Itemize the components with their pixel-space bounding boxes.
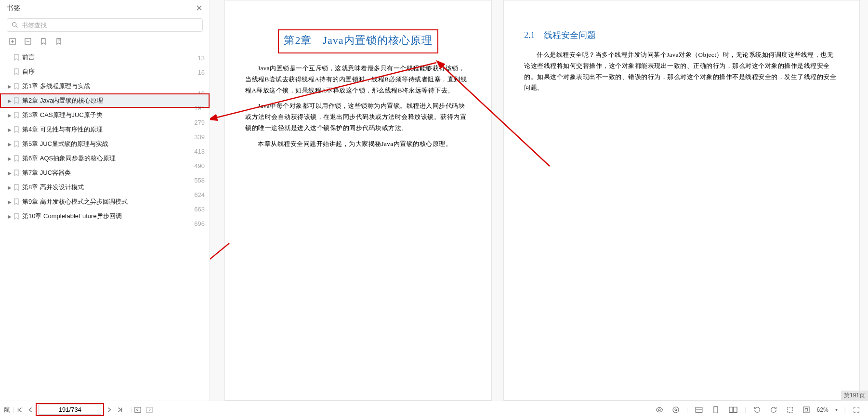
svg-line-1 xyxy=(16,26,17,27)
chevron-right-icon[interactable]: ▶ xyxy=(8,84,13,89)
fit-width-icon[interactable] xyxy=(693,405,705,415)
paragraph: Java内置锁是一个互斥锁，这就意味着最多只有一个线程能够获得该锁，当线程B尝试… xyxy=(245,63,471,96)
expand-all-icon[interactable] xyxy=(9,38,16,45)
svg-rect-17 xyxy=(729,407,733,412)
bookmark-ribbon-icon xyxy=(13,170,19,176)
rotate-left-icon[interactable] xyxy=(751,405,763,415)
bottom-toolbar: | | 62% ▾ | xyxy=(210,401,868,418)
bookmark-item[interactable]: ▶第3章 CAS原理与JUC原子类279 xyxy=(0,108,210,122)
bookmark-item[interactable]: ▶第7章 JUC容器类558 xyxy=(0,166,210,180)
two-page-icon[interactable] xyxy=(726,405,740,415)
chevron-right-icon[interactable]: ▶ xyxy=(8,127,13,132)
bookmark-item[interactable]: ▶第6章 AQS抽象同步器的核心原理490 xyxy=(0,151,210,166)
bookmark-icon-b[interactable] xyxy=(55,38,63,45)
bookmark-item[interactable]: ▶第1章 多线程原理与实战19 xyxy=(0,79,210,93)
bookmark-ribbon-icon xyxy=(13,97,19,104)
svg-rect-24 xyxy=(135,407,141,412)
chevron-right-icon[interactable]: ▶ xyxy=(8,214,13,219)
first-page-icon[interactable] xyxy=(14,405,25,414)
fullscreen-icon[interactable] xyxy=(851,405,862,415)
fullscreen-fit-icon[interactable] xyxy=(784,405,796,415)
bookmark-label: 第6章 AQS抽象同步器的核心原理 xyxy=(22,154,185,163)
bookmark-page-number: 696 xyxy=(185,220,205,227)
bookmark-ribbon-icon xyxy=(13,54,19,61)
bookmark-ribbon-icon xyxy=(13,184,19,191)
bookmark-search-box[interactable] xyxy=(7,18,203,32)
bookmark-icon-a[interactable] xyxy=(39,38,47,45)
svg-rect-18 xyxy=(734,407,737,412)
document-viewport: 第2章 Java内置锁的核心原理 Java内置锁是一个互斥锁，这就意味着最多只有… xyxy=(210,0,868,418)
bookmark-item[interactable]: 自序16 xyxy=(0,65,210,79)
bookmark-item[interactable]: ▶第4章 可见性与有序性的原理339 xyxy=(0,122,210,137)
page-right: 2.1 线程安全问题 什么是线程安全呢？当多个线程并发访问某个Java对象（Ob… xyxy=(503,0,860,401)
bookmark-item[interactable]: ▶第9章 高并发核心模式之异步回调模式663 xyxy=(0,195,210,209)
eye-icon[interactable] xyxy=(654,405,665,415)
bookmark-label: 第7章 JUC容器类 xyxy=(22,169,185,177)
svg-point-11 xyxy=(658,409,660,411)
page-input-highlight xyxy=(36,403,104,416)
chapter-title-highlight: 第2章 Java内置锁的核心原理 xyxy=(278,29,438,53)
bookmark-label: 第3章 CAS原理与JUC原子类 xyxy=(22,111,185,119)
zoom-chevron-icon[interactable]: ▾ xyxy=(833,406,840,413)
nav-forward-icon[interactable] xyxy=(144,405,155,414)
read-mode-icon[interactable] xyxy=(670,405,682,415)
section-title: 2.1 线程安全问题 xyxy=(524,29,839,41)
search-icon xyxy=(11,21,19,29)
bookmark-search-input[interactable] xyxy=(22,22,198,29)
bookmark-ribbon-icon xyxy=(13,83,19,90)
bookmark-list: 前言13自序16▶第1章 多线程原理与实战19▶第2章 Java内置锁的核心原理… xyxy=(0,50,210,418)
page-nav-bar: 航 | | xyxy=(0,401,210,418)
bookmark-ribbon-icon xyxy=(13,213,19,220)
nav-label: 航 xyxy=(2,405,13,415)
chevron-right-icon[interactable]: ▶ xyxy=(8,142,13,147)
prev-page-icon[interactable] xyxy=(25,405,36,414)
svg-rect-25 xyxy=(146,407,152,412)
svg-rect-21 xyxy=(805,408,807,411)
page-number-input[interactable] xyxy=(39,405,101,415)
paragraph: 什么是线程安全呢？当多个线程并发访问某个Java对象（Object）时，无论系统… xyxy=(524,50,839,93)
rotate-right-icon[interactable] xyxy=(768,405,779,415)
bookmark-label: 第8章 高并发设计模式 xyxy=(22,183,185,192)
paragraph: Java中每个对象都可以用作锁，这些锁称为内置锁。线程进入同步代码块或方法时会自… xyxy=(245,101,471,133)
single-page-icon[interactable] xyxy=(710,405,722,415)
bookmark-item[interactable]: ▶第5章 JUC显式锁的原理与实战413 xyxy=(0,137,210,151)
nav-back-icon[interactable] xyxy=(132,405,144,414)
chevron-right-icon[interactable]: ▶ xyxy=(8,185,13,190)
last-page-icon[interactable] xyxy=(115,405,125,414)
svg-rect-20 xyxy=(803,407,809,413)
next-page-icon[interactable] xyxy=(104,405,115,414)
close-sidebar-icon[interactable]: ✕ xyxy=(196,3,203,13)
bookmark-ribbon-icon xyxy=(13,126,19,133)
bookmark-item[interactable]: ▶第8章 高并发设计模式624 xyxy=(0,180,210,195)
page-left: 第2章 Java内置锁的核心原理 Java内置锁是一个互斥锁，这就意味着最多只有… xyxy=(224,0,492,401)
bookmark-label: 自序 xyxy=(22,67,185,76)
bookmark-ribbon-icon xyxy=(13,68,19,75)
sidebar-title: 书签 xyxy=(7,4,20,13)
bookmark-label: 第2章 Java内置锁的核心原理 xyxy=(22,96,185,105)
chevron-right-icon[interactable]: ▶ xyxy=(8,199,13,205)
bookmark-label: 第5章 JUC显式锁的原理与实战 xyxy=(22,140,185,148)
chevron-right-icon[interactable]: ▶ xyxy=(8,156,13,161)
chevron-right-icon[interactable]: ▶ xyxy=(8,113,13,118)
svg-point-0 xyxy=(13,23,16,26)
bookmark-page-number: 13 xyxy=(185,54,205,62)
paragraph: 本章从线程安全问题开始讲起，为大家揭秘Java内置锁的核心原理。 xyxy=(245,139,471,150)
bookmark-label: 前言 xyxy=(22,53,185,62)
chevron-right-icon[interactable]: ▶ xyxy=(8,98,13,104)
bookmark-item[interactable]: ▶第10章 CompletableFuture异步回调696 xyxy=(0,209,210,223)
bookmark-ribbon-icon xyxy=(13,198,19,205)
bookmark-label: 第4章 可见性与有序性的原理 xyxy=(22,125,185,134)
svg-rect-16 xyxy=(714,406,718,413)
bookmark-label: 第1章 多线程原理与实战 xyxy=(22,82,185,91)
page-indicator-badge: 第191页 xyxy=(841,391,868,401)
bookmark-ribbon-icon xyxy=(13,112,19,118)
bookmark-item[interactable]: ▶第2章 Java内置锁的核心原理191 xyxy=(0,93,210,108)
actual-size-icon[interactable] xyxy=(801,405,812,415)
svg-point-13 xyxy=(675,409,677,411)
zoom-level[interactable]: 62% xyxy=(817,406,829,413)
chevron-right-icon[interactable]: ▶ xyxy=(8,170,13,176)
bookmarks-sidebar: 书签 ✕ 前言13自序16▶第1章 多线程原理与实战19▶第2章 Java内置锁… xyxy=(0,0,210,418)
bookmark-label: 第10章 CompletableFuture异步回调 xyxy=(22,212,185,221)
bookmark-item[interactable]: 前言13 xyxy=(0,50,210,65)
collapse-all-icon[interactable] xyxy=(24,38,32,45)
